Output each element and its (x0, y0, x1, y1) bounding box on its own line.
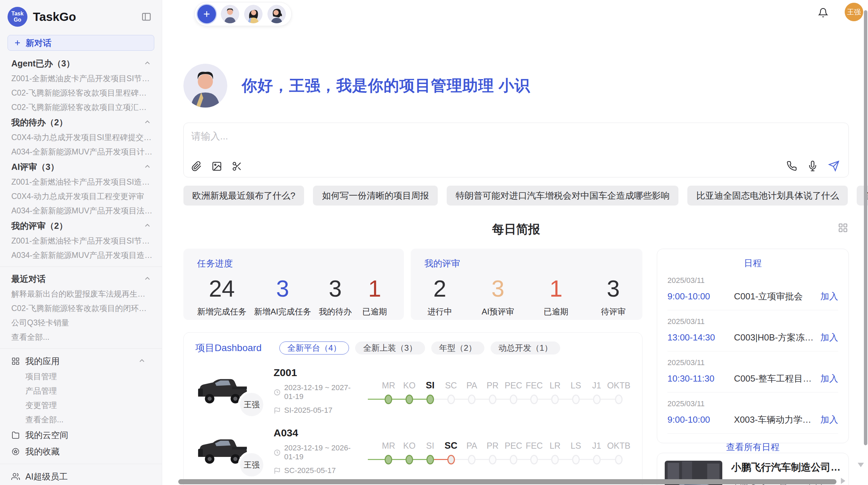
timeline-stub (368, 399, 378, 400)
stat-ai-prereview: 3 AI预评审 (482, 276, 514, 317)
list-item[interactable]: 公司Q3轻卡销量 (0, 315, 162, 330)
list-item[interactable]: C0X4-动力总成开发项目SI里程碑提交物检查 (0, 130, 162, 145)
sidebar-item-favorites[interactable]: 我的收藏 (0, 443, 162, 460)
send-icon[interactable] (828, 160, 840, 172)
milestone-current: SI (420, 379, 441, 404)
chevron-up-icon[interactable] (143, 59, 152, 67)
right-column: 日程 2025/03/11 9:00-10:00 C001-立项审批会 加入 2… (657, 249, 849, 485)
section-my-apps[interactable]: 我的应用 (0, 353, 162, 369)
clock-icon (274, 449, 281, 456)
add-agent-button[interactable] (197, 5, 216, 23)
schedule-date: 2025/03/11 (667, 399, 838, 408)
sidebar-lists: Agent已办（3） Z001-全新燃油皮卡产品开发项目SI节点Lesson L… (0, 51, 162, 485)
milestone-dot (593, 395, 601, 404)
join-link[interactable]: 加入 (820, 414, 838, 426)
section-recent-chats[interactable]: 最近对话 (0, 271, 162, 287)
image-upload-icon[interactable] (212, 161, 222, 172)
schedule-name: X003-车辆动力学性能验... (734, 414, 816, 426)
tab-powertrain[interactable]: 动总开发（1） (491, 341, 560, 355)
project-code: Z001 (274, 367, 361, 378)
project-dates: 2023-12-19 ~ 2027-01-19 (274, 383, 361, 401)
agent-avatar[interactable] (244, 5, 263, 23)
notifications-bell-icon[interactable] (818, 8, 828, 18)
stat-my-todo: 3 我的待办 (319, 276, 352, 317)
list-item[interactable]: C02-飞腾新能源轻客改款项目立项汇报方案 (0, 100, 162, 114)
project-row[interactable]: 王强 A034 2023-12-19 ~ 2026-01-19 SC-2025-… (195, 427, 630, 475)
chat-input-box[interactable]: 请输入... (183, 123, 849, 177)
tab-new-body[interactable]: 全新上装（3） (355, 341, 425, 355)
agent-avatar[interactable] (221, 5, 239, 23)
schedule-card: 日程 2025/03/11 9:00-10:00 C001-立项审批会 加入 2… (657, 249, 849, 443)
view-all-chats[interactable]: 查看全部... (0, 330, 162, 344)
vertical-scrollbar-thumb[interactable] (864, 10, 867, 445)
sidebar-item-ai-employee[interactable]: AI超级员工 (0, 468, 162, 485)
section-my-todo[interactable]: 我的待办（2） (0, 114, 162, 130)
chevron-up-icon[interactable] (143, 275, 152, 283)
horizontal-scrollbar-thumb[interactable] (178, 479, 836, 484)
list-item[interactable]: 解释最新出台的欧盟报废车法规再生塑料比例被调至15%... (0, 287, 162, 301)
list-item[interactable]: C02-飞腾新能源轻客改款项目里程碑画布 (0, 86, 162, 100)
app-title: TaskGo (33, 10, 141, 24)
list-item[interactable]: A034-全新新能源MUV产品开发项目法规符合性评审 (0, 203, 162, 218)
join-link[interactable]: 加入 (820, 373, 838, 385)
screenshot-scissors-icon[interactable] (232, 161, 242, 172)
new-chat-button[interactable]: 新对话 (8, 35, 154, 51)
layout-grid-icon[interactable] (838, 223, 848, 233)
suggestion-chip[interactable]: 特朗普可能对进口汽车增税会对中国车企造成哪些影响 (447, 186, 678, 206)
tab-model-year[interactable]: 年型（2） (431, 341, 484, 355)
view-all-schedule-link[interactable]: 查看所有日程 (667, 441, 838, 453)
join-link[interactable]: 加入 (820, 290, 838, 302)
list-item[interactable]: Z001-全新燃油轻卡产品开发项目SI节点属性5D文件评审 (0, 234, 162, 248)
suggestion-chip[interactable]: 比亚迪全固态电池计划具体说了什么 (687, 186, 848, 206)
milestone: KO (399, 439, 420, 464)
microphone-icon[interactable] (807, 161, 818, 171)
project-row[interactable]: 王强 Z001 2023-12-19 ~ 2027-01-19 SI-2025-… (195, 367, 630, 415)
list-item[interactable]: C02-飞腾新能源轻客改款项目的闭环通告反馈情况 (0, 301, 162, 315)
suggestion-chip[interactable]: 如何写一份清晰的项目周报 (313, 186, 438, 206)
stats-row: 任务进度 24 新增完成任务 3 新增AI完成任务 3 (183, 249, 642, 320)
agent-avatar[interactable] (267, 5, 286, 23)
daily-brief-title: 每日简报 (183, 221, 849, 237)
app-item-product[interactable]: 产品管理 (0, 384, 162, 398)
assistant-avatar (183, 64, 227, 108)
project-owner-badge: 王强 (240, 453, 263, 476)
join-link[interactable]: 加入 (820, 332, 838, 344)
stat-in-progress: 2 进行中 (424, 276, 455, 317)
list-item[interactable]: Z001-全新燃油皮卡产品开发项目SI节点Lesson Learn报告 (0, 71, 162, 86)
plus-icon (13, 39, 22, 47)
milestone: LS (565, 439, 586, 464)
project-info: A034 2023-12-19 ~ 2026-01-19 SC-2025-05-… (274, 427, 361, 475)
chevron-up-icon[interactable] (143, 222, 152, 230)
list-item[interactable]: A034-全新新能源MUV产品开发项目造型可行性评审 (0, 248, 162, 262)
app-item-change[interactable]: 变更管理 (0, 398, 162, 412)
section-ai-review[interactable]: AI评审（3） (0, 159, 162, 175)
user-avatar[interactable]: 王强 (845, 3, 863, 21)
schedule-name: C001-立项审批会 (734, 290, 816, 302)
chevron-up-icon[interactable] (143, 118, 152, 126)
list-item[interactable]: Z001-全新燃油轻卡产品开发项目SI造型提交物评审 (0, 175, 162, 189)
chevron-up-icon[interactable] (143, 163, 152, 171)
section-my-review[interactable]: 我的评审（2） (0, 218, 162, 234)
section-agent-done[interactable]: Agent已办（3） (0, 55, 162, 71)
card-title: 任务进度 (197, 258, 390, 270)
my-review-card: 我的评审 2 进行中 3 AI预评审 1 (411, 249, 642, 320)
sidebar-item-cloud-space[interactable]: 我的云空间 (0, 427, 162, 443)
scroll-down-arrow[interactable] (858, 463, 864, 467)
attachment-icon[interactable] (191, 161, 202, 172)
milestone: LS (565, 379, 586, 404)
users-icon (11, 472, 20, 481)
milestone-dot (385, 455, 392, 464)
milestone: J1 (586, 439, 607, 464)
milestone: PEC (503, 439, 524, 464)
view-all-apps[interactable]: 查看全部... (0, 412, 162, 427)
list-item[interactable]: C0X4-动力总成开发项目工程变更评审 (0, 189, 162, 203)
app-item-project[interactable]: 项目管理 (0, 369, 162, 384)
collapse-sidebar-icon[interactable] (141, 12, 152, 22)
suggestion-chip[interactable]: 欧洲新规最近颁布了什么? (183, 186, 304, 206)
scroll-right-arrow[interactable] (841, 478, 845, 484)
list-item[interactable]: A034-全新新能源MUV产品开发项目计划变更表编写 (0, 145, 162, 159)
chevron-up-icon[interactable] (138, 357, 146, 365)
project-info: Z001 2023-12-19 ~ 2027-01-19 SI-2025-05-… (274, 367, 361, 415)
tab-new-platform[interactable]: 全新平台（4） (279, 341, 349, 355)
voice-call-icon[interactable] (786, 161, 797, 171)
